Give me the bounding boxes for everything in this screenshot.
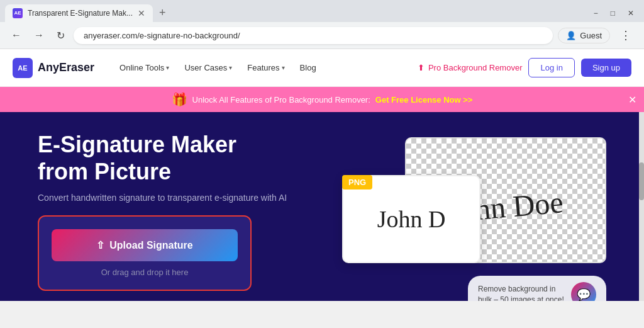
nav-actions: ⬆ Pro Background Remover Log in Sign up [418, 58, 631, 77]
window-controls: − □ ✕ [589, 8, 639, 19]
banner-link[interactable]: Get Free License Now >> [375, 95, 473, 105]
browser-tab[interactable]: AE Transparent E-Signature Mak... ✕ [5, 4, 153, 22]
tab-favicon: AE [13, 8, 23, 18]
close-button[interactable]: ✕ [623, 8, 639, 19]
site-logo[interactable]: AE AnyEraser [13, 58, 94, 78]
bulk-icon: 💬 [571, 282, 596, 301]
minimize-button[interactable]: − [589, 8, 603, 19]
pro-icon: ⬆ [418, 63, 425, 72]
upload-box: ⇧ Upload Signature Or drag and drop it h… [38, 215, 252, 291]
back-button[interactable]: ← [8, 27, 25, 43]
guest-button[interactable]: 👤 Guest [558, 28, 610, 43]
maximize-button[interactable]: □ [606, 8, 620, 19]
address-input[interactable] [74, 27, 553, 44]
guest-label: Guest [580, 31, 602, 40]
browser-chrome: AE Transparent E-Signature Mak... ✕ + − … [0, 0, 644, 49]
gift-icon: 🎁 [172, 92, 187, 107]
nav-features[interactable]: Features ▾ [241, 58, 291, 77]
new-tab-button[interactable]: + [154, 4, 171, 22]
browser-menu-button[interactable]: ⋮ [615, 26, 636, 45]
website-content: AE AnyEraser Online Tools ▾ User Cases ▾… [0, 49, 644, 301]
forward-button[interactable]: → [30, 27, 48, 43]
scrollbar-thumb[interactable] [639, 162, 644, 200]
signature-front-text: John D [377, 205, 446, 233]
upload-signature-button[interactable]: ⇧ Upload Signature [52, 229, 238, 261]
promo-banner: 🎁 Unlock All Features of Pro Background … [0, 87, 644, 112]
png-badge: PNG [342, 175, 372, 189]
upload-hint: Or drag and drop it here [52, 268, 238, 277]
tab-close-button[interactable]: ✕ [138, 8, 145, 18]
login-button[interactable]: Log in [528, 58, 574, 77]
hero-title: E-Signature Maker from Picture [38, 131, 317, 185]
nav-links: Online Tools ▾ User Cases ▾ Features ▾ B… [113, 58, 418, 77]
reload-button[interactable]: ↻ [53, 27, 69, 44]
signup-button[interactable]: Sign up [581, 59, 631, 77]
address-bar: ← → ↻ 👤 Guest ⋮ [0, 22, 644, 48]
hero-section: E-Signature Maker from Picture Convert h… [0, 112, 644, 301]
chevron-down-icon: ▾ [166, 64, 169, 71]
title-bar: AE Transparent E-Signature Mak... ✕ + − … [0, 0, 644, 22]
banner-text: Unlock All Features of Pro Background Re… [192, 95, 370, 105]
banner-close-button[interactable]: ✕ [628, 94, 636, 106]
hero-subtitle: Convert handwritten signature to transpa… [38, 193, 317, 203]
chevron-down-icon: ▾ [282, 64, 285, 71]
logo-text: AnyEraser [38, 61, 94, 74]
tab-title: Transparent E-Signature Mak... [28, 9, 133, 18]
bulk-badge-text: Remove background in bulk – 50 images at… [478, 284, 565, 301]
upload-icon: ⇧ [96, 239, 104, 251]
pro-background-remover-link[interactable]: ⬆ Pro Background Remover [418, 63, 523, 72]
chevron-down-icon: ▾ [229, 64, 232, 71]
nav-online-tools[interactable]: Online Tools ▾ [113, 58, 175, 77]
bulk-badge: Remove background in bulk – 50 images at… [468, 276, 606, 301]
guest-icon: 👤 [566, 31, 576, 40]
site-nav: AE AnyEraser Online Tools ▾ User Cases ▾… [0, 49, 644, 87]
hero-left: E-Signature Maker from Picture Convert h… [38, 131, 317, 291]
nav-user-cases[interactable]: User Cases ▾ [178, 58, 238, 77]
logo-icon: AE [13, 58, 33, 78]
scrollbar[interactable] [639, 112, 644, 301]
hero-preview: John Doe PNG John D Remove background in… [342, 131, 606, 301]
nav-blog[interactable]: Blog [294, 58, 323, 77]
